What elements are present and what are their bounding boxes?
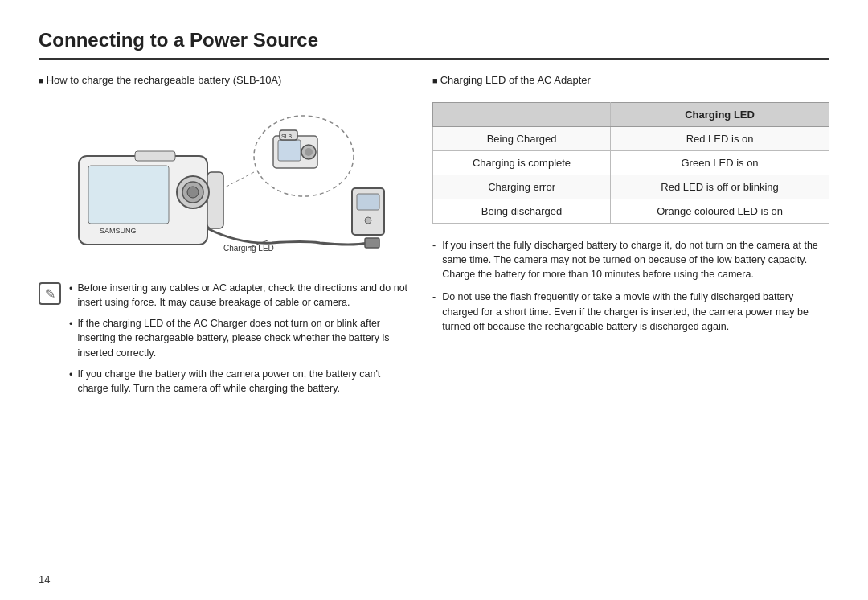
left-section-label: How to charge the rechargeable battery (… bbox=[39, 74, 408, 86]
page-number: 14 bbox=[39, 573, 50, 586]
notes-icon: ✎ bbox=[39, 282, 61, 305]
svg-point-12 bbox=[305, 148, 313, 156]
left-column: How to charge the rechargeable battery (… bbox=[39, 74, 408, 576]
svg-point-19 bbox=[365, 217, 371, 224]
table-cell-led: Green LED is on bbox=[611, 151, 829, 175]
notes-box: ✎ •Before inserting any cables or AC ada… bbox=[39, 281, 408, 396]
note-text: If the charging LED of the AC Charger do… bbox=[77, 316, 408, 360]
table-cell-status: Charging is complete bbox=[433, 151, 611, 175]
svg-line-15 bbox=[223, 172, 254, 188]
charging-table: Charging LED Being ChargedRed LED is onC… bbox=[432, 102, 829, 224]
info-dash: - bbox=[432, 290, 436, 333]
info-section: -If you insert the fully discharged batt… bbox=[432, 238, 829, 334]
page: Connecting to a Power Source How to char… bbox=[0, 0, 868, 600]
svg-point-6 bbox=[187, 187, 199, 198]
right-section-label: Charging LED of the AC Adapter bbox=[432, 74, 829, 86]
table-cell-status: Charging error bbox=[433, 175, 611, 199]
note-text: If you charge the battery with the camer… bbox=[77, 367, 408, 396]
table-row: Being ChargedRed LED is on bbox=[433, 127, 829, 151]
svg-rect-18 bbox=[357, 194, 379, 210]
svg-rect-16 bbox=[365, 238, 379, 248]
table-header-col2: Charging LED bbox=[611, 103, 829, 127]
camera-illustration: SAMSUNG SLB bbox=[55, 108, 392, 261]
svg-rect-10 bbox=[278, 140, 301, 161]
note-bullet: • bbox=[69, 368, 72, 396]
note-item: •Before inserting any cables or AC adapt… bbox=[69, 281, 408, 310]
info-text: If you insert the fully discharged batte… bbox=[442, 238, 829, 282]
svg-text:SAMSUNG: SAMSUNG bbox=[100, 227, 137, 235]
note-item: •If you charge the battery with the came… bbox=[69, 367, 408, 396]
table-cell-led: Red LED is on bbox=[611, 127, 829, 151]
info-dash: - bbox=[432, 238, 436, 282]
table-row: Being dischargedOrange coloured LED is o… bbox=[433, 199, 829, 224]
info-item: -If you insert the fully discharged batt… bbox=[432, 238, 829, 282]
notes-list: •Before inserting any cables or AC adapt… bbox=[69, 281, 408, 396]
info-text: Do not use the flash frequently or take … bbox=[442, 290, 829, 333]
table-row: Charging is completeGreen LED is on bbox=[433, 151, 829, 175]
svg-text:Charging LED: Charging LED bbox=[223, 244, 274, 253]
table-row: Charging errorRed LED is off or blinking bbox=[433, 175, 829, 199]
table-header-col1 bbox=[433, 103, 611, 127]
content-area: How to charge the rechargeable battery (… bbox=[39, 74, 829, 576]
svg-rect-3 bbox=[135, 151, 175, 161]
note-bullet: • bbox=[69, 317, 72, 360]
svg-rect-2 bbox=[207, 172, 223, 228]
table-cell-led: Red LED is off or blinking bbox=[611, 175, 829, 199]
info-item: -Do not use the flash frequently or take… bbox=[432, 290, 829, 333]
page-title: Connecting to a Power Source bbox=[39, 29, 829, 60]
note-text: Before inserting any cables or AC adapte… bbox=[77, 281, 408, 310]
camera-diagram: SAMSUNG SLB bbox=[39, 104, 408, 265]
svg-text:SLB: SLB bbox=[281, 134, 293, 139]
note-item: •If the charging LED of the AC Charger d… bbox=[69, 316, 408, 360]
table-cell-status: Being discharged bbox=[433, 199, 611, 224]
svg-rect-1 bbox=[88, 166, 169, 224]
table-cell-led: Orange coloured LED is on bbox=[611, 199, 829, 224]
note-bullet: • bbox=[69, 282, 72, 310]
right-column: Charging LED of the AC Adapter Charging … bbox=[432, 74, 829, 576]
table-cell-status: Being Charged bbox=[433, 127, 611, 151]
